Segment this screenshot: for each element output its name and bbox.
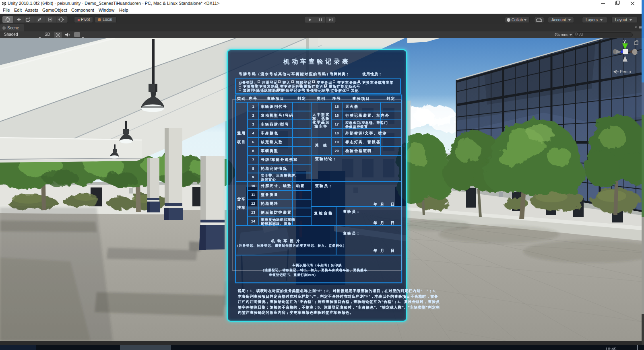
svg-text:x: x [636,50,638,54]
svg-text:Persp: Persp [620,69,631,74]
svg-text:y: y [623,39,626,43]
